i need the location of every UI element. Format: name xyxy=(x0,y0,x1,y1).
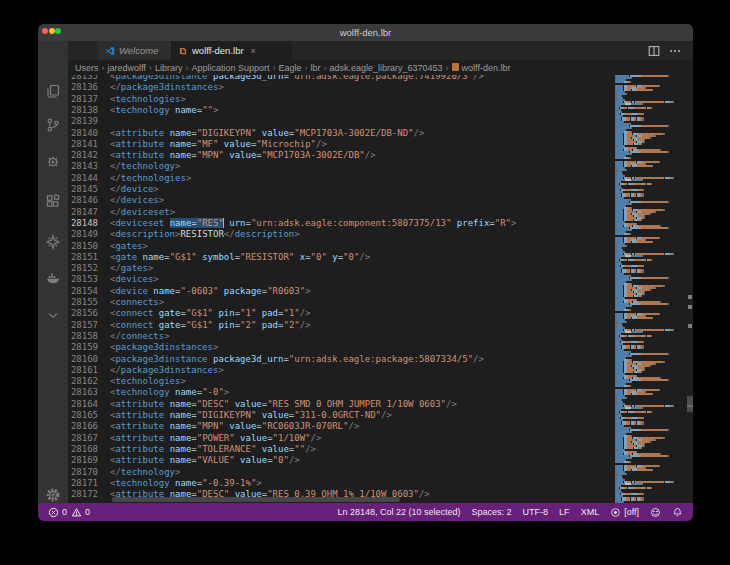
code-line[interactable]: 28145</device> xyxy=(68,184,613,195)
more-actions-icon[interactable] xyxy=(668,44,682,58)
code-line[interactable]: 28157<connect gate="G$1" pin="2" pad="2"… xyxy=(68,320,613,331)
line-number[interactable]: 28137 xyxy=(68,94,98,105)
activity-docker-icon[interactable] xyxy=(45,270,61,286)
breadcrumb-item[interactable]: wolff-den.lbr xyxy=(452,63,511,73)
code-line[interactable]: 28146</devices> xyxy=(68,195,613,206)
line-number[interactable]: 28147 xyxy=(68,207,98,218)
breadcrumb-item[interactable]: lbr xyxy=(310,63,320,73)
line-number[interactable]: 28169 xyxy=(68,455,98,466)
line-number[interactable]: 28139 xyxy=(68,116,98,127)
code-line[interactable]: 28162<technologies> xyxy=(68,376,613,387)
line-number[interactable]: 28153 xyxy=(68,274,98,285)
line-number[interactable]: 28142 xyxy=(68,150,98,161)
code-line[interactable]: 28152</gates> xyxy=(68,263,613,274)
status-indentation[interactable]: Spaces: 2 xyxy=(472,507,512,517)
code-line[interactable]: 28141<attribute name="MF" value="Microch… xyxy=(68,139,613,150)
code-line[interactable]: 28158</connects> xyxy=(68,331,613,342)
status-feedback[interactable] xyxy=(650,507,661,518)
code-line[interactable]: 28139 xyxy=(68,116,613,127)
horizontal-scrollbar-thumb[interactable] xyxy=(112,497,400,502)
activity-source-control-icon[interactable] xyxy=(45,117,61,133)
line-number[interactable]: 28140 xyxy=(68,128,98,139)
minimap[interactable] xyxy=(613,75,687,503)
line-number[interactable]: 28150 xyxy=(68,241,98,252)
tab-close-icon[interactable]: × xyxy=(251,46,256,56)
line-number[interactable]: 28152 xyxy=(68,263,98,274)
tab-wolff-den-lbr[interactable]: wolff-den.lbr× xyxy=(171,41,292,60)
code-line[interactable]: 28170</technology> xyxy=(68,467,613,478)
line-number[interactable]: 28146 xyxy=(68,195,98,206)
line-number[interactable]: 28168 xyxy=(68,444,98,455)
code-line[interactable]: 28168<attribute name="TOLERANCE" value="… xyxy=(68,444,613,455)
code-line[interactable]: 28156<connect gate="G$1" pin="1" pad="1"… xyxy=(68,308,613,319)
status-encoding[interactable]: UTF-8 xyxy=(523,507,549,517)
line-number[interactable]: 28155 xyxy=(68,297,98,308)
line-number[interactable]: 28164 xyxy=(68,399,98,410)
breadcrumb-item[interactable]: jaredwolff xyxy=(108,63,146,73)
code-line[interactable]: 28169<attribute name="VALUE" value="0"/> xyxy=(68,455,613,466)
code-line[interactable]: 28155<connects> xyxy=(68,297,613,308)
breadcrumb-item[interactable]: Eagle xyxy=(278,63,301,73)
line-number[interactable]: 28162 xyxy=(68,376,98,387)
line-number[interactable]: 28157 xyxy=(68,320,98,331)
code-line[interactable]: 28138<technology name=""> xyxy=(68,105,613,116)
breadcrumb-item[interactable]: Application Support xyxy=(191,63,269,73)
code-line[interactable]: 28142<attribute name="MPN" value="MCP170… xyxy=(68,150,613,161)
activity-star-icon[interactable] xyxy=(45,234,61,250)
activity-explorer-icon[interactable] xyxy=(45,83,61,99)
code-line[interactable]: 28166<attribute name="MPN" value="RC0603… xyxy=(68,421,613,432)
breadcrumb-item[interactable]: Users xyxy=(75,63,99,73)
breadcrumb-item[interactable]: Library xyxy=(155,63,183,73)
code-line[interactable]: 28144</technologies> xyxy=(68,173,613,184)
activity-extensions-icon[interactable] xyxy=(45,193,61,209)
status-cursor-position[interactable]: Ln 28148, Col 22 (10 selected) xyxy=(337,507,460,517)
line-number[interactable]: 28148 xyxy=(68,218,98,229)
line-number[interactable]: 28135 xyxy=(68,75,98,82)
activity-debug-icon[interactable] xyxy=(45,153,61,169)
problems-errors[interactable]: 0 xyxy=(48,507,67,518)
code-line[interactable]: 28149<description>RESISTOR</description> xyxy=(68,229,613,240)
activity-bird-icon[interactable] xyxy=(45,310,61,326)
code-line[interactable]: 28171<technology name="-0.39-1%"> xyxy=(68,478,613,489)
line-number[interactable]: 28167 xyxy=(68,433,98,444)
line-number[interactable]: 28158 xyxy=(68,331,98,342)
code-line[interactable]: 28148<deviceset name="RES" urn="urn:adsk… xyxy=(68,218,613,229)
code-line[interactable]: 28154<device name="-0603" package="R0603… xyxy=(68,286,613,297)
line-number[interactable]: 28166 xyxy=(68,421,98,432)
code-line[interactable]: 28159<package3dinstances> xyxy=(68,342,613,353)
code-line[interactable]: 28161</package3dinstances> xyxy=(68,365,613,376)
line-number[interactable]: 28136 xyxy=(68,82,98,93)
line-number[interactable]: 28151 xyxy=(68,252,98,263)
code-line[interactable]: 28135<package3dinstance package3d_urn="u… xyxy=(68,75,613,82)
line-number[interactable]: 28171 xyxy=(68,478,98,489)
line-number[interactable]: 28143 xyxy=(68,161,98,172)
code-editor[interactable]: 28135<package3dinstance package3d_urn="u… xyxy=(68,75,693,503)
line-number[interactable]: 28163 xyxy=(68,387,98,398)
code-line[interactable]: 28167<attribute name="POWER" value="1/10… xyxy=(68,433,613,444)
status-notifications[interactable] xyxy=(672,507,683,518)
code-line[interactable]: 28153<devices> xyxy=(68,274,613,285)
line-number[interactable]: 28159 xyxy=(68,342,98,353)
line-number[interactable]: 28161 xyxy=(68,365,98,376)
split-editor-icon[interactable] xyxy=(647,44,661,58)
code-line[interactable]: 28165<attribute name="DIGIKEYPN" value="… xyxy=(68,410,613,421)
code-line[interactable]: 28150<gates> xyxy=(68,241,613,252)
code-line[interactable]: 28160<package3dinstance package3d_urn="u… xyxy=(68,354,613,365)
code-line[interactable]: 28147</deviceset> xyxy=(68,207,613,218)
vertical-scrollbar-thumb[interactable] xyxy=(687,396,693,412)
line-number[interactable]: 28160 xyxy=(68,354,98,365)
code-line[interactable]: 28136</package3dinstances> xyxy=(68,82,613,93)
breadcrumb-item[interactable]: adsk.eagle_library_6370453 xyxy=(330,63,443,73)
code-line[interactable]: 28151<gate name="G$1" symbol="RESISTOR" … xyxy=(68,252,613,263)
code-line[interactable]: 28163<technology name="-0"> xyxy=(68,387,613,398)
manage-gear-icon[interactable] xyxy=(45,487,61,503)
line-number[interactable]: 28149 xyxy=(68,229,98,240)
line-number[interactable]: 28141 xyxy=(68,139,98,150)
line-number[interactable]: 28170 xyxy=(68,467,98,478)
status-language-mode[interactable]: XML xyxy=(581,507,600,517)
status-indicator-off[interactable]: [off] xyxy=(610,507,639,518)
line-number[interactable]: 28145 xyxy=(68,184,98,195)
line-number[interactable]: 28172 xyxy=(68,489,98,500)
code-line[interactable]: 28164<attribute name="DESC" value="RES S… xyxy=(68,399,613,410)
line-number[interactable]: 28154 xyxy=(68,286,98,297)
